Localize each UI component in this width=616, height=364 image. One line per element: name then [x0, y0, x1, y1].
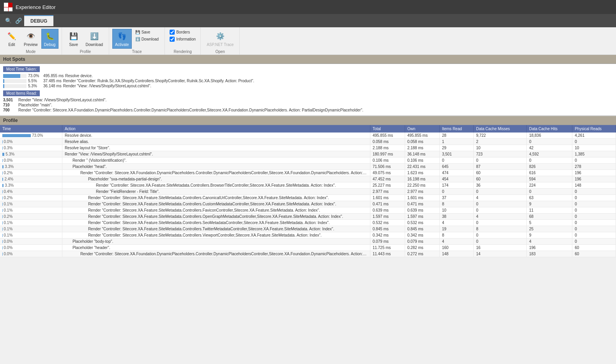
table-row: 0.2% Render "Controller: Sitecore.XA.Fou…: [0, 170, 616, 176]
td-total: 71.506 ms: [370, 164, 405, 170]
td-bar-fill: [2, 190, 3, 193]
td-total: 180.997 ms: [370, 151, 405, 157]
td-cache-miss: 2: [474, 139, 527, 145]
td-own: 0.282 ms: [405, 245, 439, 251]
td-own: 2.188 ms: [405, 145, 439, 151]
debug-icon: 🐛: [44, 31, 55, 42]
td-items: 8: [439, 232, 473, 239]
td-cache-hits: 25: [527, 226, 572, 232]
table-row: 0.1% Render "Controller: Sitecore.XA.Fea…: [0, 226, 616, 232]
td-phys: 0: [572, 189, 616, 195]
td-bar: 3.3%: [2, 164, 60, 169]
tab-debug[interactable]: DEBUG: [24, 15, 53, 26]
save-trace-button[interactable]: 💾 Save: [133, 29, 161, 35]
information-checkbox[interactable]: [170, 37, 175, 42]
save-trace-icon: 💾: [135, 30, 140, 34]
td-bar-fill: [2, 209, 3, 212]
td-cache-hits: 18,836: [527, 133, 572, 139]
borders-checkbox[interactable]: [170, 30, 175, 35]
td-pct: 0.3%: [4, 146, 13, 150]
title-bar: Experience Editor: [0, 0, 616, 14]
item-count: 700: [3, 108, 17, 112]
bar-pct: 73.0%: [28, 74, 42, 78]
td-time: 0.0%: [0, 245, 62, 251]
td-pct: 0.2%: [4, 171, 13, 175]
td-cache-miss: 0: [474, 232, 527, 239]
td-pct: 3.3%: [5, 183, 14, 187]
td-bar-fill: [2, 140, 3, 143]
td-time: 0.1%: [0, 201, 62, 207]
edit-button[interactable]: ✏️ Edit: [3, 29, 20, 49]
td-items: 19: [439, 226, 473, 232]
search-icon[interactable]: 🔍: [4, 16, 12, 25]
td-bar-fill: [2, 134, 31, 137]
td-total: 49.075 ms: [370, 170, 405, 176]
information-checkbox-row[interactable]: Information: [168, 36, 197, 42]
td-bar: 0.0%: [2, 246, 60, 250]
td-cache-hits: 63: [527, 195, 572, 201]
td-own: 1.601 ms: [405, 195, 439, 201]
ribbon-profile-label: Profile: [80, 49, 91, 54]
td-bar: 0.1%: [2, 208, 60, 212]
td-time: 0.3%: [0, 145, 62, 151]
debug-button[interactable]: 🐛 Debug: [41, 29, 58, 49]
td-bar: 0.1%: [2, 202, 60, 206]
td-total: 1.597 ms: [370, 214, 405, 220]
td-own: 0.079 ms: [405, 239, 439, 245]
td-pct: 2.4%: [4, 177, 13, 181]
td-action: Render "Controller: Sitecore.XA.Feature.…: [62, 182, 370, 189]
td-total: 2.977 ms: [370, 189, 405, 195]
td-action: Placeholder "head".: [62, 164, 370, 170]
save-profile-button[interactable]: 💾 Save: [65, 29, 82, 49]
aspnet-trace-icon: ⚙️: [215, 31, 226, 42]
table-row: 5.3% Render "View: /Views/Shopify/StoreL…: [0, 151, 616, 157]
activate-trace-button[interactable]: 👣 Activate: [112, 29, 132, 49]
download-trace-button[interactable]: ⬇️ Download: [133, 36, 161, 42]
ribbon-open-label: Open: [215, 49, 225, 54]
td-pct: 5.3%: [5, 152, 14, 156]
download-profile-button[interactable]: ⬇️ Download: [83, 29, 106, 49]
profile-header: Profile: [0, 116, 616, 125]
td-bar: 0.4%: [2, 189, 60, 194]
td-items: 4: [439, 220, 473, 226]
td-items: 454: [439, 176, 473, 182]
td-action: Render "View: /Views/Shopify/StoreLayout…: [62, 151, 370, 157]
download-profile-icon: ⬇️: [89, 31, 100, 42]
td-cache-miss: 16: [474, 245, 527, 251]
item-desc: Render "Controller: Sitecore.XA.Foundati…: [18, 108, 363, 112]
most-time-badge: Most Time Taken:: [3, 66, 40, 72]
profile-section: Time Action Total Own Items Read Data Ca…: [0, 125, 616, 257]
share-icon[interactable]: 🔗: [14, 16, 23, 25]
preview-button[interactable]: 👁️ Preview: [21, 29, 41, 49]
td-cache-miss: 36: [474, 182, 527, 189]
td-bar-fill: [2, 228, 3, 231]
ribbon-group-profile-items: 💾 Save ⬇️ Download: [65, 29, 106, 49]
preview-icon: 👁️: [25, 31, 36, 42]
ribbon-mode-label: Mode: [26, 49, 35, 54]
td-cache-hits: 0: [527, 189, 572, 195]
td-total: 47.452 ms: [370, 176, 405, 182]
td-cache-miss: 87: [474, 164, 527, 170]
activate-trace-icon: 👣: [117, 31, 127, 42]
td-bar: 73.0%: [2, 133, 60, 138]
td-phys: 4,261: [572, 133, 616, 139]
col-cache-hits: Data Cache Hits: [527, 125, 572, 133]
td-own: 0.058 ms: [405, 139, 439, 145]
col-items-read: Items Read: [439, 125, 473, 133]
td-cache-miss: 10: [474, 145, 527, 151]
borders-checkbox-row[interactable]: Borders: [168, 29, 197, 35]
td-own: 495.855 ms: [405, 133, 439, 139]
table-row: 0.0% Render "Controller: Sitecore.XA.Fou…: [0, 251, 616, 257]
td-bar: 0.0%: [2, 158, 60, 163]
td-total: 0.079 ms: [370, 239, 405, 245]
td-bar-fill: [2, 253, 3, 256]
app-logo: [4, 3, 12, 11]
td-items: 645: [439, 164, 473, 170]
table-row: 0.2% Render "Controller: Sitecore.XA.Fea…: [0, 195, 616, 201]
td-own: 0.471 ms: [405, 201, 439, 207]
trace-small-buttons: 💾 Save ⬇️ Download: [133, 29, 161, 42]
hotspots-header: Hot Spots: [0, 55, 616, 64]
td-bar: 0.2%: [2, 196, 60, 200]
td-total: 11.725 ms: [370, 245, 405, 251]
td-time: 0.2%: [0, 214, 62, 220]
